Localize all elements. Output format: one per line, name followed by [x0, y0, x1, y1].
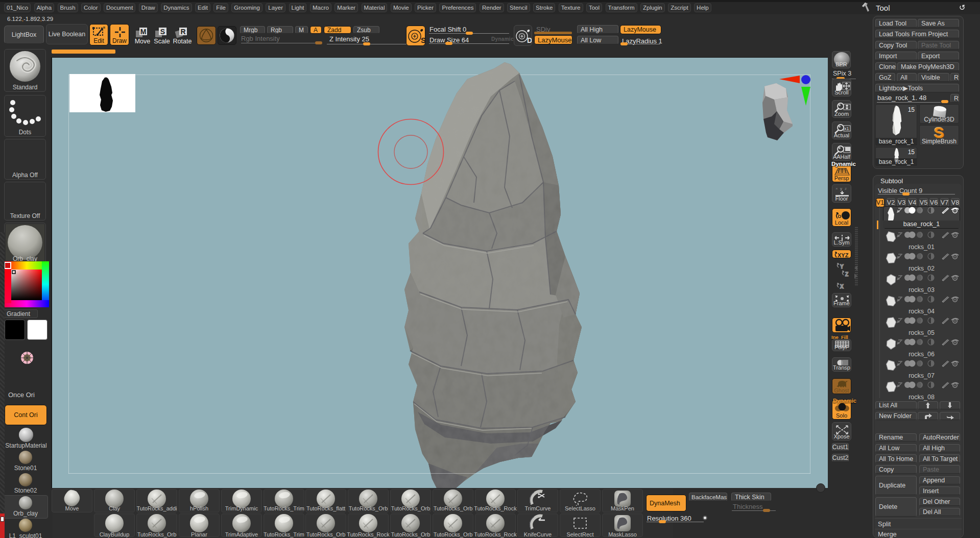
svg-text:D: D	[527, 36, 532, 44]
svg-text:y: y	[840, 186, 842, 191]
svg-text:X: X	[840, 284, 844, 289]
svg-text:XYZ: XYZ	[838, 252, 849, 258]
svg-text:Y: Y	[840, 264, 844, 270]
svg-text:S: S	[160, 28, 165, 36]
svg-text:×: ×	[835, 186, 838, 191]
svg-text:z: z	[845, 186, 847, 191]
svg-text:R: R	[180, 28, 185, 36]
svg-text:x1: x1	[844, 126, 849, 131]
svg-text:S: S	[421, 36, 425, 44]
svg-text:M: M	[140, 28, 147, 36]
svg-text:Z: Z	[845, 272, 848, 277]
